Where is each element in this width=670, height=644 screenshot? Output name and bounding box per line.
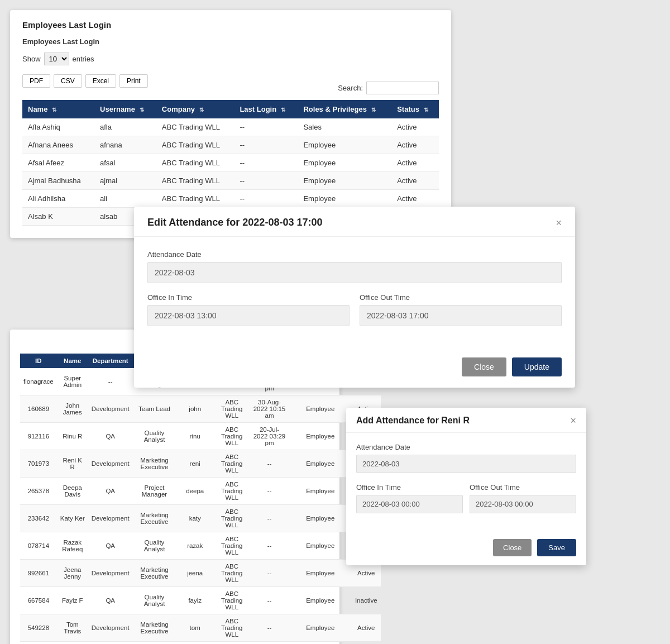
col-name: Name ⇅ — [22, 100, 94, 118]
cell-lastlogin: -- — [234, 190, 298, 208]
cell-desig: Quality Analyst — [133, 423, 176, 450]
cell-name: Ali Adhilsha — [22, 190, 94, 208]
table-row: 992661 Jeena Jenny Development Marketing… — [20, 560, 381, 587]
add-attendance-date-value: 2022-08-03 — [356, 455, 576, 473]
col-id: ID — [20, 354, 57, 368]
cell-name: Reni K R — [57, 450, 88, 478]
modal-edit-close-icon[interactable]: × — [556, 218, 562, 228]
cell-roles: Employee — [298, 136, 391, 154]
cell-company: ABC Trading WLL — [214, 642, 250, 645]
cell-username: ali — [94, 190, 156, 208]
edit-update-button[interactable]: Update — [512, 357, 562, 376]
edit-close-button[interactable]: Close — [462, 357, 506, 376]
cell-company: ABC Trading WLL — [156, 190, 234, 208]
cell-name: Ajmal Badhusha — [22, 172, 94, 190]
cell-desig: Marketing Executive — [133, 505, 176, 532]
print-button[interactable]: Print — [119, 74, 148, 88]
cell-username: afsal — [94, 154, 156, 172]
modal-edit-footer: Close Update — [134, 350, 575, 388]
add-office-out-value: 2022-08-03 00:00 — [470, 495, 576, 513]
edit-attendance-modal: Edit Attendance for 2022-08-03 17:00 × A… — [134, 207, 575, 388]
cell-dept: QA — [88, 478, 133, 505]
cell-username: minu — [176, 642, 214, 645]
cell-status: Active — [391, 154, 439, 172]
cell-username: reni — [176, 450, 214, 478]
attendance-date-group: Attendance Date 2022-08-03 — [147, 250, 562, 283]
col-company: Company ⇅ — [156, 100, 234, 118]
cell-name: Minu Mariyam — [57, 642, 88, 645]
col-username: Username ⇅ — [94, 100, 156, 118]
add-time-row: Office In Time 2022-08-03 00:00 Office O… — [356, 483, 576, 523]
table-row: 701973 Reni K R Development Marketing Ex… — [20, 450, 381, 478]
cell-id: 701973 — [20, 450, 57, 478]
add-office-out-label: Office Out Time — [470, 483, 576, 492]
table-row: Afnana Anees afnana ABC Trading WLL -- E… — [22, 136, 439, 154]
cell-roles: Employee — [289, 614, 352, 642]
add-attendance-date-group: Attendance Date 2022-08-03 — [356, 443, 576, 473]
cell-roles: Employee — [289, 395, 352, 423]
cell-roles: Employee — [289, 560, 352, 587]
sort-icon-username: ⇅ — [140, 107, 144, 113]
cell-desig: Team Lead — [133, 395, 176, 423]
cell-lastlogin: 30-Aug-2022 10:15 am — [250, 395, 289, 423]
cell-id: 233642 — [20, 505, 57, 532]
cell-lastlogin: 20-Jul-2022 03:29 pm — [250, 423, 289, 450]
modal-add-close-icon[interactable]: × — [570, 416, 576, 426]
cell-name: Super Admin — [57, 368, 88, 395]
office-in-value: 2022-08-03 13:00 — [147, 305, 350, 326]
cell-roles: Employee — [289, 642, 352, 645]
modal-edit-header: Edit Attendance for 2022-08-03 17:00 × — [134, 207, 575, 237]
add-attendance-modal: Add Attendance for Reni R × Attendance D… — [346, 408, 586, 565]
cell-lastlogin: -- — [250, 614, 289, 642]
pdf-button[interactable]: PDF — [22, 74, 50, 88]
cell-name: Alsab K — [22, 208, 94, 226]
cell-company: ABC Trading WLL — [214, 505, 250, 532]
add-save-button[interactable]: Save — [537, 539, 576, 556]
search-input[interactable] — [366, 82, 439, 94]
cell-desig: Marketing Executive — [133, 614, 176, 642]
excel-button[interactable]: Excel — [85, 74, 116, 88]
sort-icon-roles: ⇅ — [371, 107, 376, 113]
employees-top-card: Employees Last Login Employees Last Logi… — [10, 10, 451, 238]
entries-select[interactable]: 10 25 50 — [44, 53, 69, 65]
cell-name: Katy Ker — [57, 505, 88, 532]
modal-add-title: Add Attendance for Reni R — [356, 416, 470, 426]
show-label: Show — [22, 55, 41, 63]
cell-dept: QA — [88, 587, 133, 614]
cell-company: ABC Trading WLL — [156, 154, 234, 172]
cell-status: Active — [391, 118, 439, 136]
cell-lastlogin: -- — [234, 136, 298, 154]
cell-company: ABC Trading WLL — [214, 478, 250, 505]
cell-id: 912116 — [20, 423, 57, 450]
cell-company: ABC Trading WLL — [214, 614, 250, 642]
cell-status: Active — [391, 190, 439, 208]
cell-username: deepa — [176, 478, 214, 505]
cell-name: Afsal Afeez — [22, 154, 94, 172]
cell-name: John James — [57, 395, 88, 423]
cell-company: ABC Trading WLL — [214, 423, 250, 450]
table-row: 233642 Katy Ker Development Marketing Ex… — [20, 505, 381, 532]
cell-username: ajmal — [94, 172, 156, 190]
modal-edit-body: Attendance Date 2022-08-03 Office In Tim… — [134, 237, 575, 350]
cell-company: ABC Trading WLL — [214, 395, 250, 423]
add-attendance-date-label: Attendance Date — [356, 443, 576, 451]
cell-username: jeena — [176, 560, 214, 587]
cell-dept: Development — [88, 450, 133, 478]
table-row: Ali Adhilsha ali ABC Trading WLL -- Empl… — [22, 190, 439, 208]
office-in-label: Office In Time — [147, 293, 350, 302]
add-close-button[interactable]: Close — [493, 539, 532, 556]
cell-roles: Employee — [298, 154, 391, 172]
cell-lastlogin: -- — [234, 172, 298, 190]
table-row: 667584 Fayiz F QA Quality Analyst fayiz … — [20, 587, 381, 614]
modal-add-header: Add Attendance for Reni R × — [346, 408, 586, 433]
office-out-label: Office Out Time — [360, 293, 562, 302]
cell-username: katy — [176, 505, 214, 532]
cell-roles: Employee — [289, 423, 352, 450]
add-office-out-group: Office Out Time 2022-08-03 00:00 — [470, 483, 576, 513]
csv-button[interactable]: CSV — [54, 74, 82, 88]
table-row: 265378 Deepa Davis QA Project Manager de… — [20, 478, 381, 505]
cell-name: Razak Rafeeq — [57, 532, 88, 560]
cell-lastlogin: -- — [250, 587, 289, 614]
cell-roles: Employee — [289, 505, 352, 532]
sort-icon-status: ⇅ — [424, 107, 428, 113]
